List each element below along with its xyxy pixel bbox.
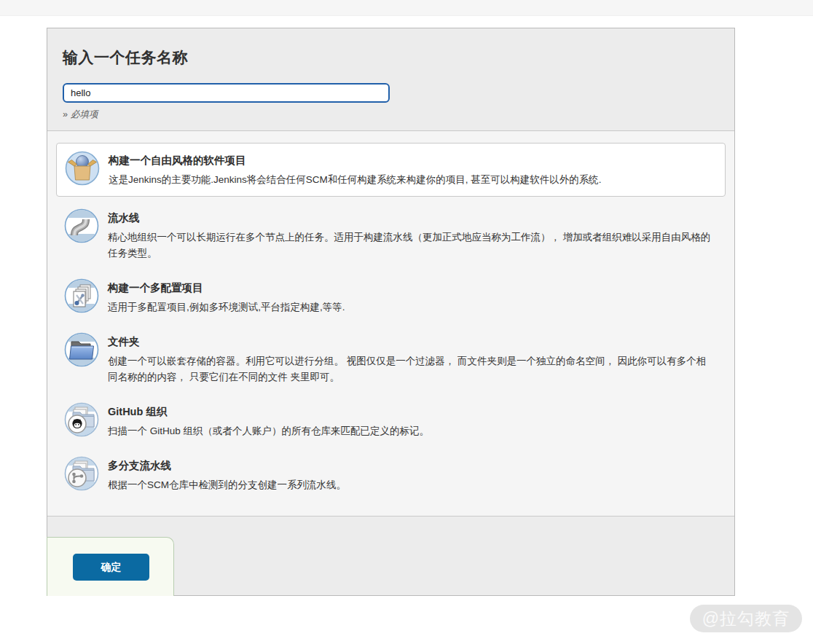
item-title: 流水线 — [108, 211, 714, 225]
item-description: 创建一个可以嵌套存储的容器。利用它可以进行分组。 视图仅仅是一个过滤器， 而文件… — [108, 353, 714, 386]
form-footer: 确定 — [47, 517, 734, 595]
new-item-form: 输入一个任务名称 »必填项 — [47, 28, 735, 596]
item-pipeline[interactable]: 流水线 精心地组织一个可以长期运行在多个节点上的任务。适用于构建流水线（更加正式… — [56, 208, 726, 263]
folder-icon — [64, 332, 99, 367]
item-title: 构建一个自由风格的软件项目 — [109, 154, 602, 168]
item-description: 精心地组织一个可以长期运行在多个节点上的任务。适用于构建流水线（更加正式地应当称… — [108, 229, 714, 262]
item-description: 适用于多配置项目,例如多环境测试,平台指定构建,等等. — [108, 299, 345, 316]
multibranch-pipeline-icon — [64, 456, 99, 491]
item-github-organization[interactable]: GitHub 组织 扫描一个 GitHub 组织（或者个人账户）的所有仓库来匹配… — [56, 401, 726, 441]
top-bar — [0, 0, 813, 16]
item-title: 构建一个多配置项目 — [108, 281, 345, 295]
freestyle-project-icon — [65, 151, 100, 186]
required-hint-label: 必填项 — [71, 109, 98, 119]
required-field-hint: »必填项 — [63, 109, 719, 121]
watermark-badge: @拉勾教育 — [690, 605, 802, 632]
item-multi-configuration[interactable]: 构建一个多配置项目 适用于多配置项目,例如多环境测试,平台指定构建,等等. — [56, 278, 726, 317]
item-description: 这是Jenkins的主要功能.Jenkins将会结合任何SCM和任何构建系统来构… — [109, 172, 602, 189]
item-name-section: 输入一个任务名称 »必填项 — [47, 28, 734, 131]
item-description: 扫描一个 GitHub 组织（或者个人账户）的所有仓库来匹配已定义的标记。 — [108, 423, 429, 440]
item-title: GitHub 组织 — [108, 405, 429, 419]
item-title: 多分支流水线 — [108, 459, 346, 473]
ok-button[interactable]: 确定 — [73, 554, 149, 581]
item-freestyle-project[interactable]: 构建一个自由风格的软件项目 这是Jenkins的主要功能.Jenkins将会结合… — [56, 143, 726, 197]
multi-configuration-icon — [64, 278, 99, 313]
page-title: 输入一个任务名称 — [63, 47, 719, 68]
required-marker: » — [63, 109, 68, 119]
pipeline-icon — [64, 208, 99, 243]
item-name-input[interactable] — [63, 83, 390, 103]
github-organization-icon — [64, 402, 99, 437]
item-title: 文件夹 — [108, 335, 714, 349]
item-multibranch-pipeline[interactable]: 多分支流水线 根据一个SCM仓库中检测到的分支创建一系列流水线。 — [56, 455, 726, 495]
item-description: 根据一个SCM仓库中检测到的分支创建一系列流水线。 — [108, 477, 346, 494]
ok-button-panel: 确定 — [47, 537, 174, 596]
item-folder[interactable]: 文件夹 创建一个可以嵌套存储的容器。利用它可以进行分组。 视图仅仅是一个过滤器，… — [56, 331, 726, 387]
item-type-list: 构建一个自由风格的软件项目 这是Jenkins的主要功能.Jenkins将会结合… — [47, 131, 734, 517]
